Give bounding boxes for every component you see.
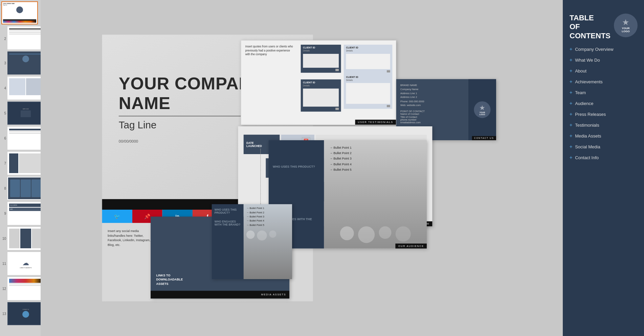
table-of-contents-panel: TABLEOFCONTENTS ★ YOURLOGO + Company Ove… (563, 0, 644, 336)
audience-footer: OUR AUDIENCE (395, 244, 426, 249)
toc-item-company-overview[interactable]: + Company Overview (563, 44, 644, 55)
slide-number-9: 9 (1, 212, 6, 215)
toc-item-media-assets[interactable]: + Media Assets (563, 130, 644, 141)
toc-logo: ★ YOURLOGO (614, 14, 638, 37)
who-left: WHO USES THIS PRODUCT? WHO ENGAGES WITH … (212, 204, 243, 279)
toc-item-social-media[interactable]: + Social Media (563, 141, 644, 152)
slide-number-11: 11 (1, 262, 6, 266)
slide-thumb-9[interactable]: HQ LOCATION DATE (7, 202, 41, 225)
toc-label-media-assets: Media Assets (575, 133, 601, 139)
toc-label-about: About (575, 68, 586, 74)
toc-label-social-media: Social Media (575, 144, 600, 149)
toc-label-press-releases: Press Releases (575, 112, 606, 117)
plus-icon-press: + (570, 111, 572, 117)
toc-label-achievements: Achievements (575, 79, 603, 84)
plus-icon-about: + (570, 68, 572, 74)
testimonials-quote: Insert quotes from users or clients who … (241, 41, 299, 61)
slide-number-1: 1 (0, 2, 1, 6)
slide-number-2: 2 (1, 37, 6, 41)
toc-item-testimonials[interactable]: + Testimonials (563, 120, 644, 130)
client-card-3: CLIENT ID Details (301, 79, 341, 111)
plus-icon-social: + (570, 144, 572, 149)
main-canvas: YOUR COMPANY NAME Tag Line 00/00/0000 ★ … (41, 0, 563, 336)
testimonials-slide: Insert quotes from users or clients who … (241, 40, 396, 125)
plus-icon-team: + (570, 90, 572, 95)
slide-thumb-12[interactable] (7, 277, 41, 300)
twitter-icon[interactable]: 🐦 (102, 210, 132, 223)
slide-thumb-8[interactable] (7, 177, 41, 200)
client-card-2: CLIENT ID Details (343, 45, 392, 74)
toc-item-team[interactable]: + Team (563, 87, 644, 98)
slide-number-8: 8 (1, 187, 6, 190)
contact-logo-area: ★ YOURLOGO (468, 79, 496, 140)
plus-icon-achievements: + (570, 79, 572, 84)
slide-thumb-11[interactable]: ☁ LINKS TO ASSETS (7, 252, 41, 275)
audience-right: → Bullet Point 1 → Bullet Point 2 → Bull… (324, 140, 426, 249)
plus-icon-audience: + (570, 101, 572, 106)
who-right: → Bullet Point 1 → Bullet Point 2 → Bull… (243, 204, 292, 279)
slide-thumb-6[interactable] (7, 127, 41, 150)
testimonials-footer: USER TESTIMONIALS (355, 120, 396, 125)
toc-star-icon: ★ (622, 18, 629, 27)
slide-number-6: 6 (1, 136, 6, 140)
toc-label-team: Team (575, 90, 586, 95)
toc-label-contact-info: Contact Info (575, 155, 599, 160)
toc-item-achievements[interactable]: + Achievements (563, 76, 644, 87)
toc-item-what-we-do[interactable]: + What We Do (563, 55, 644, 65)
slide-thumb-7[interactable] (7, 152, 41, 175)
toc-item-about[interactable]: + About (563, 65, 644, 76)
slide-number-7: 7 (1, 162, 6, 165)
social-description: Insert any social media links/handles he… (107, 229, 152, 296)
slide-panel: 1 YOUR COMPANY NAME Tag Line 2 3 (0, 0, 41, 336)
toc-label-what-we-do: What We Do (575, 58, 600, 63)
slide-thumb-10[interactable] (7, 227, 41, 250)
slide-thumb-13[interactable]: CONTACT US (7, 302, 41, 325)
slide-thumb-4[interactable] (7, 77, 41, 100)
plus-icon-testimonials: + (570, 122, 572, 128)
plus-icon-contact: + (570, 155, 572, 160)
toc-label-company-overview: Company Overview (575, 47, 613, 52)
toc-item-press-releases[interactable]: + Press Releases (563, 109, 644, 120)
slide-number-5: 5 (1, 111, 6, 115)
slide-thumb-1[interactable]: YOUR COMPANY NAME Tag Line (1, 1, 38, 24)
slide-number-4: 4 (1, 86, 6, 90)
plus-icon-what: + (570, 57, 572, 63)
toc-header: TABLEOFCONTENTS ★ YOURLOGO (563, 7, 644, 44)
plus-icon-media: + (570, 133, 572, 139)
plus-icon-company: + (570, 46, 572, 52)
slide-number-13: 13 (1, 312, 6, 316)
toc-item-contact-info[interactable]: + Contact Info (563, 152, 644, 163)
toc-label-audience: Audience (575, 101, 593, 106)
slide-thumb-2[interactable] (7, 26, 41, 49)
slide-number-10: 10 (1, 237, 6, 240)
toc-item-audience[interactable]: + Audience (563, 98, 644, 109)
slide-thumb-5[interactable]: DARK SLIDE (7, 102, 41, 125)
slide-number-12: 12 (1, 287, 6, 291)
slide-number-3: 3 (1, 61, 6, 65)
contact-footer: CONTACT US (472, 136, 496, 140)
media-links-label: LINKS TODOWNLOADABLEASSETS (156, 273, 183, 286)
client-card-1: CLIENT ID Details (301, 45, 341, 73)
main-slide: YOUR COMPANY NAME Tag Line 00/00/0000 ★ … (102, 35, 502, 301)
slide-thumb-3[interactable] (7, 51, 41, 75)
toc-title: TABLEOFCONTENTS (570, 14, 610, 40)
client-card-4: CLIENT ID Details (343, 74, 392, 109)
toc-label-testimonials: Testimonials (575, 123, 599, 128)
who-slide: WHO USES THIS PRODUCT? WHO ENGAGES WITH … (212, 204, 292, 279)
media-footer: MEDIA ASSETS (151, 291, 289, 298)
